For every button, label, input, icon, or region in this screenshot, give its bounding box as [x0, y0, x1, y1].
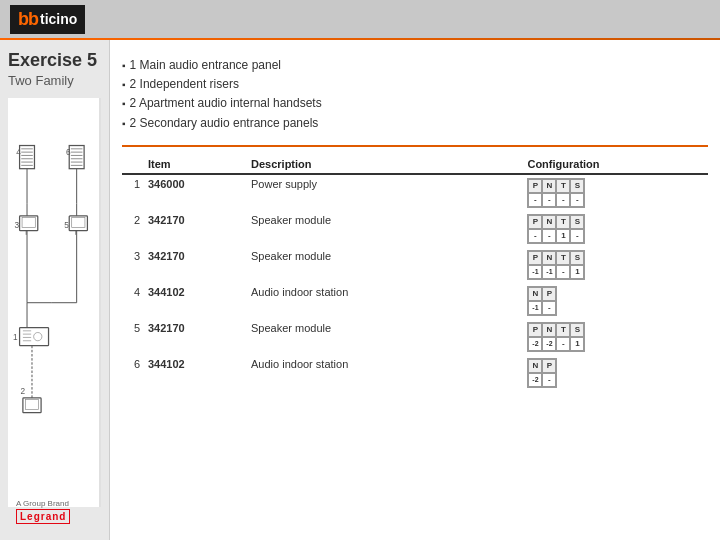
- svg-rect-28: [20, 328, 49, 346]
- item-desc-1: Power supply: [247, 174, 523, 211]
- diagram-area: 4 6: [8, 98, 101, 507]
- row-num-1: 1: [122, 174, 144, 211]
- diagram-label-3: 3: [15, 221, 20, 230]
- logo-area: bb ticino: [10, 5, 85, 34]
- diagram-label-6: 6: [66, 148, 71, 157]
- exercise-title: Exercise 5: [8, 50, 101, 71]
- orange-divider: [122, 145, 708, 147]
- item-code-1: 346000: [144, 174, 247, 211]
- table-row: 2 342170 Speaker module P N T S: [122, 211, 708, 247]
- row-num-5: 5: [122, 319, 144, 355]
- item-code-5: 342170: [144, 319, 247, 355]
- items-table: Item Description Configuration 1 346000 …: [122, 155, 708, 391]
- col-configuration: Configuration: [523, 155, 708, 174]
- bottom-brand: A Group Brand Legrand: [16, 499, 109, 524]
- config-grid-1: P N T S - - - -: [527, 178, 585, 208]
- col-item: Item: [144, 155, 247, 174]
- header-bar: bb ticino: [0, 0, 720, 38]
- item-desc-3: Speaker module: [247, 247, 523, 283]
- svg-rect-17: [22, 217, 35, 227]
- bullet-2: 2 Independent risers: [122, 75, 708, 94]
- item-config-6: N P -2 -: [523, 355, 708, 391]
- config-grid-4: N P -1 -: [527, 286, 557, 316]
- brand-group-text: A Group Brand: [16, 499, 70, 509]
- table-row: 1 346000 Power supply P N T S -: [122, 174, 708, 211]
- table-row: 4 344102 Audio indoor station N P -1 -: [122, 283, 708, 319]
- item-code-2: 342170: [144, 211, 247, 247]
- bullet-4: 2 Secondary audio entrance panels: [122, 114, 708, 133]
- item-desc-5: Speaker module: [247, 319, 523, 355]
- svg-rect-36: [25, 399, 38, 409]
- item-desc-4: Audio indoor station: [247, 283, 523, 319]
- svg-rect-20: [72, 217, 85, 227]
- item-config-1: P N T S - - - -: [523, 174, 708, 211]
- bullet-3: 2 Apartment audio internal handsets: [122, 94, 708, 113]
- bullet-1: 1 Main audio entrance panel: [122, 56, 708, 75]
- row-num-3: 3: [122, 247, 144, 283]
- item-desc-2: Speaker module: [247, 211, 523, 247]
- config-grid-5: P N T S -2 -2 - 1: [527, 322, 585, 352]
- bullet-list: 1 Main audio entrance panel 2 Independen…: [122, 56, 708, 133]
- item-config-2: P N T S - - 1 -: [523, 211, 708, 247]
- table-header-row: Item Description Configuration: [122, 155, 708, 174]
- row-num-2: 2: [122, 211, 144, 247]
- item-code-3: 342170: [144, 247, 247, 283]
- table-area: 1 Main audio entrance panel 2 Independen…: [110, 40, 720, 540]
- config-grid-6: N P -2 -: [527, 358, 557, 388]
- item-config-5: P N T S -2 -2 - 1: [523, 319, 708, 355]
- item-config-3: P N T S -1 -1 - 1: [523, 247, 708, 283]
- logo-ticino: ticino: [40, 11, 77, 27]
- item-code-6: 344102: [144, 355, 247, 391]
- exercise-subtitle: Two Family: [8, 73, 101, 88]
- config-grid-3: P N T S -1 -1 - 1: [527, 250, 585, 280]
- row-num-6: 6: [122, 355, 144, 391]
- config-grid-2: P N T S - - 1 -: [527, 214, 585, 244]
- legrand-logo: Legrand: [16, 509, 70, 524]
- logo-bb: bb: [18, 9, 38, 30]
- col-description: Description: [247, 155, 523, 174]
- item-desc-6: Audio indoor station: [247, 355, 523, 391]
- table-row: 5 342170 Speaker module P N T S: [122, 319, 708, 355]
- diagram-label-2: 2: [20, 387, 25, 396]
- item-config-4: N P -1 -: [523, 283, 708, 319]
- col-num: [122, 155, 144, 174]
- main-content: Exercise 5 Two Family 4 6: [0, 40, 720, 540]
- table-row: 6 344102 Audio indoor station N P -2 -: [122, 355, 708, 391]
- item-code-4: 344102: [144, 283, 247, 319]
- left-panel: Exercise 5 Two Family 4 6: [0, 40, 110, 540]
- row-num-4: 4: [122, 283, 144, 319]
- table-row: 3 342170 Speaker module P N T S: [122, 247, 708, 283]
- diagram-label-4: 4: [16, 148, 21, 157]
- diagram-label-1: 1: [13, 333, 18, 342]
- svg-point-33: [34, 332, 42, 340]
- diagram-label-5: 5: [64, 221, 69, 230]
